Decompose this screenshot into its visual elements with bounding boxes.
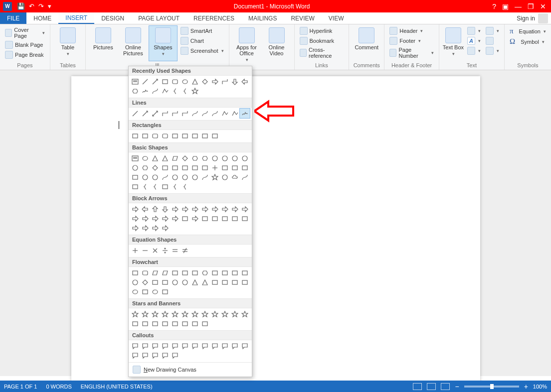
- shape-basic33[interactable]: [220, 172, 230, 182]
- page-number-button[interactable]: Page Number▾: [387, 46, 436, 59]
- shape-flow13[interactable]: [140, 277, 150, 287]
- shape-scribble2[interactable]: [140, 86, 150, 96]
- shape-brace-l[interactable]: [170, 86, 180, 96]
- shape-star12[interactable]: [130, 319, 140, 328]
- zoom-in-button[interactable]: +: [524, 383, 528, 391]
- shape-star2[interactable]: [150, 309, 160, 319]
- shape-star0[interactable]: [130, 309, 140, 319]
- chart-button[interactable]: Chart: [179, 36, 226, 45]
- shape-flow15[interactable]: [160, 277, 170, 287]
- shape-basic39[interactable]: [160, 182, 170, 191]
- shape-star5[interactable]: [180, 309, 190, 319]
- shape-arrow20[interactable]: [210, 214, 220, 223]
- shape-arrow6[interactable]: [190, 204, 200, 214]
- apps-for-office-button[interactable]: Apps for Office▾: [232, 25, 261, 62]
- shape-basic12[interactable]: [130, 163, 140, 172]
- shape-callout1[interactable]: [140, 341, 150, 351]
- shape-basic23[interactable]: [240, 163, 250, 172]
- tab-review[interactable]: REVIEW: [284, 12, 321, 24]
- shape-flow9[interactable]: [220, 268, 230, 277]
- shape-basic1[interactable]: [140, 153, 150, 163]
- shape-curve1[interactable]: [190, 109, 200, 118]
- screenshot-button[interactable]: Screenshot▾: [179, 46, 226, 55]
- shape-callout14[interactable]: [150, 351, 160, 360]
- shape-basic9[interactable]: [220, 153, 230, 163]
- shape-star4[interactable]: [170, 309, 180, 319]
- shape-rect7[interactable]: [200, 131, 210, 140]
- shape-curve[interactable]: [150, 86, 160, 96]
- shape-star8[interactable]: [210, 309, 220, 319]
- shape-arrow23[interactable]: [240, 214, 250, 223]
- blank-page-button[interactable]: Blank Page: [3, 40, 47, 49]
- shape-ellipse[interactable]: [180, 77, 190, 86]
- online-pictures-button[interactable]: Online Pictures: [119, 25, 148, 61]
- shape-basic6[interactable]: [190, 153, 200, 163]
- shape-star7[interactable]: [200, 309, 210, 319]
- shape-arrow24[interactable]: [130, 223, 140, 233]
- cross-reference-button[interactable]: Cross-reference: [298, 46, 346, 59]
- shape-rect[interactable]: [160, 77, 170, 86]
- shape-arrow17[interactable]: [180, 214, 190, 223]
- shape-line1[interactable]: [130, 109, 140, 118]
- shape-basic16[interactable]: [170, 163, 180, 172]
- shape-basic32[interactable]: [210, 172, 220, 182]
- shape-rect3[interactable]: [160, 131, 170, 140]
- shape-rect6[interactable]: [190, 131, 200, 140]
- shape-arrow15[interactable]: [160, 214, 170, 223]
- shape-hex[interactable]: [130, 86, 140, 96]
- shape-basic24[interactable]: [130, 172, 140, 182]
- shape-basic35[interactable]: [240, 172, 250, 182]
- shape-elbow1[interactable]: [160, 109, 170, 118]
- restore-button[interactable]: ❐: [528, 2, 534, 10]
- shape-neq[interactable]: [180, 246, 190, 255]
- shape-flow23[interactable]: [240, 277, 250, 287]
- shape-arrow13[interactable]: [140, 214, 150, 223]
- shape-line[interactable]: [140, 77, 150, 86]
- bookmark-button[interactable]: Bookmark: [298, 36, 346, 45]
- text-box-button[interactable]: Text Box▾: [442, 25, 464, 61]
- shape-arrow11[interactable]: [240, 204, 250, 214]
- shape-callout9[interactable]: [220, 341, 230, 351]
- shape-arrow26[interactable]: [150, 223, 160, 233]
- shape-elbow-dbl[interactable]: [180, 109, 190, 118]
- zoom-level[interactable]: 100%: [533, 384, 547, 390]
- shape-arrow3[interactable]: [160, 204, 170, 214]
- shape-freeform-closed[interactable]: [230, 109, 240, 118]
- shape-callout4[interactable]: [170, 341, 180, 351]
- shape-flow8[interactable]: [210, 268, 220, 277]
- status-page[interactable]: PAGE 1 OF 1: [4, 384, 37, 390]
- shape-curve-dbl[interactable]: [210, 109, 220, 118]
- shape-triangle[interactable]: [190, 77, 200, 86]
- shape-basic13[interactable]: [140, 163, 150, 172]
- new-drawing-canvas-item[interactable]: New Drawing Canvas: [129, 362, 252, 377]
- view-web-layout-button[interactable]: [441, 383, 450, 390]
- shape-arrow22[interactable]: [230, 214, 240, 223]
- shape-arrow-d[interactable]: [230, 77, 240, 86]
- shape-arrow27[interactable]: [160, 223, 170, 233]
- shape-basic14[interactable]: [150, 163, 160, 172]
- shape-basic15[interactable]: [160, 163, 170, 172]
- shape-minus[interactable]: [140, 246, 150, 255]
- shape-star16[interactable]: [170, 319, 180, 328]
- shape-star18[interactable]: [190, 319, 200, 328]
- shape-basic2[interactable]: [150, 153, 160, 163]
- shape-arrow-l[interactable]: [240, 77, 250, 86]
- tab-view[interactable]: VIEW: [322, 12, 351, 24]
- date-time-button[interactable]: [484, 36, 501, 45]
- shape-flow19[interactable]: [200, 277, 210, 287]
- shape-flow7[interactable]: [200, 268, 210, 277]
- symbol-button[interactable]: Ω Symbol▾: [508, 37, 548, 46]
- page-break-button[interactable]: Page Break: [3, 50, 47, 59]
- shape-basic38[interactable]: [150, 182, 160, 191]
- shape-flow25[interactable]: [140, 287, 150, 296]
- shape-callout13[interactable]: [140, 351, 150, 360]
- shape-callout3[interactable]: [160, 341, 170, 351]
- shape-basic11[interactable]: [240, 153, 250, 163]
- wordart-button[interactable]: A▾: [465, 36, 483, 45]
- shape-basic25[interactable]: [140, 172, 150, 182]
- shape-eq[interactable]: [170, 246, 180, 255]
- shape-line-dbl[interactable]: [150, 109, 160, 118]
- shape-rect0[interactable]: [130, 131, 140, 140]
- shape-basic34[interactable]: [230, 172, 240, 182]
- shape-basic21[interactable]: [220, 163, 230, 172]
